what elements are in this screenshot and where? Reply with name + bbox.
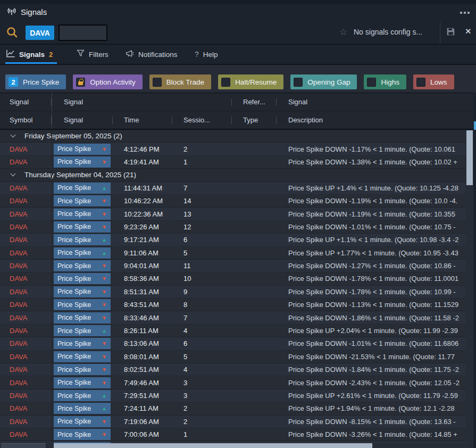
signal-badge: Price Spike▼ [54,377,111,388]
up-arrow-icon: ▲ [102,250,107,256]
signal-row[interactable]: DAVAPrice Spike▼7:00:06 AM1Price Spike D… [0,428,466,441]
time-cell: 8:51:31 AM [113,286,172,298]
signal-row[interactable]: DAVAPrice Spike▼8:43:51 AM8Price Spike D… [0,298,466,311]
filter-chip-label: Lows [430,78,447,86]
signal-badge: Price Spike▼ [54,273,111,284]
signal-row[interactable]: DAVAPrice Spike▼7:19:06 AM2Price Spike D… [0,416,466,428]
down-arrow-icon: ▼ [102,419,107,425]
group-header-cell[interactable]: Signal [277,93,473,111]
type-cell [232,182,277,194]
symbol-cell: DAVA [0,156,52,168]
filter-chip-halt-resume[interactable]: Halt/Resume [218,74,283,89]
signal-cell: Price Spike▼ [52,416,113,428]
close-icon[interactable]: ✕ [465,27,472,36]
column-header-description[interactable]: Description [277,111,473,129]
description-cell: Price Spike DOWN -1.19% < 1 minute. (Quo… [277,195,466,207]
session-cell: 11 [172,260,232,272]
help-icon: ? [195,50,199,59]
horizontal-scrollbar-thumb[interactable] [54,443,372,448]
tab-notifications[interactable]: Notifications [126,45,178,64]
filter-chip-highs[interactable]: Highs [364,74,406,89]
save-icon[interactable] [446,27,455,38]
signal-row[interactable]: DAVAPrice Spike▼7:49:46 AM3Price Spike D… [0,376,466,389]
filter-chip-lows[interactable]: Lows [413,74,454,89]
signal-row[interactable]: DAVAPrice Spike▲7:24:11 AM2Price Spike U… [0,402,466,415]
symbol-cell: DAVA [0,351,52,363]
signal-row[interactable]: DAVAPrice Spike▲8:26:11 AM4Price Spike U… [0,325,466,337]
date-group-row[interactable]: Thursday September 04, 2025 (21) [0,169,466,181]
column-header-symbol[interactable]: Symbol [0,111,52,129]
time-cell: 9:04:01 AM [113,260,172,272]
chevron-down-icon[interactable] [11,171,16,177]
session-cell: 6 [172,234,232,246]
down-arrow-icon: ▼ [102,146,107,152]
down-arrow-icon: ▼ [102,432,107,437]
time-cell: 7:19:06 AM [113,416,172,428]
signal-badge: Price Spike▲ [54,182,111,194]
signal-row[interactable]: DAVAPrice Spike▲9:11:06 AM5Price Spike U… [0,247,466,260]
favorite-star-icon[interactable]: ☆ [339,27,347,38]
signal-cell: Price Spike▼ [52,363,113,376]
horizontal-scrollbar-left-segment[interactable] [1,443,46,448]
window-title: Signals [21,7,47,16]
column-header-signal[interactable]: Signal [52,111,113,129]
filter-chip-opening-gap[interactable]: Opening Gap [290,74,357,89]
signal-row[interactable]: DAVAPrice Spike▼9:04:01 AM11Price Spike … [0,260,466,272]
filter-chip-price-spike[interactable]: 2Price Spike [5,74,66,89]
symbol-chip[interactable]: DAVA [26,26,54,40]
filter-checkbox[interactable] [294,78,303,87]
signal-row[interactable]: DAVAPrice Spike▼4:12:46 PM2Price Spike D… [0,143,466,155]
filter-chip-label: Block Trade [166,78,204,86]
session-cell: 2 [172,143,232,155]
group-header-cell[interactable]: Signal [52,93,232,111]
signal-row[interactable]: DAVAPrice Spike▲7:29:51 AM3Price Spike U… [0,389,466,402]
signal-row[interactable]: DAVAPrice Spike▼8:08:01 AM5Price Spike D… [0,351,466,363]
description-cell: Price Spike DOWN -3.26% < 1 minute. (Quo… [277,428,466,441]
time-cell: 8:26:11 AM [113,325,172,337]
signal-row[interactable]: DAVAPrice Spike▼8:51:31 AM9Price Spike D… [0,286,466,298]
table-group-header: Signal Signal Refer... Signal [0,93,473,111]
filter-checkbox[interactable] [221,78,230,87]
signal-row[interactable]: DAVAPrice Spike▼8:02:51 AM4Price Spike D… [0,363,466,376]
signals-window: Signals DAVA ☆ No signals config s... ✕ [0,0,476,448]
overflow-menu-button[interactable] [458,10,472,16]
time-cell: 8:58:36 AM [113,272,172,285]
signal-cell: Price Spike▲ [52,402,113,414]
tab-help[interactable]: ? Help [195,45,218,64]
signal-row[interactable]: DAVAPrice Spike▼8:58:36 AM10Price Spike … [0,272,466,285]
signal-row[interactable]: DAVAPrice Spike▼10:22:36 AM13Price Spike… [0,208,466,220]
filter-chip-option-activity[interactable]: Option Activity [73,74,143,89]
signal-cell: Price Spike▼ [52,195,113,207]
signal-badge-label: Price Spike [57,301,91,309]
signal-cell: Price Spike▼ [52,143,113,155]
signal-row[interactable]: DAVAPrice Spike▼8:33:46 AM7Price Spike D… [0,311,466,324]
filter-checkbox[interactable] [153,78,162,87]
signal-row[interactable]: DAVAPrice Spike▼4:19:41 AM1Price Spike D… [0,156,466,169]
tab-filters[interactable]: Filters [77,45,108,64]
group-header-cell[interactable]: Signal [0,93,52,111]
column-header-time[interactable]: Time [113,111,172,129]
signal-row[interactable]: DAVAPrice Spike▲11:44:31 AM7Price Spike … [0,182,466,195]
signal-row[interactable]: DAVAPrice Spike▼9:23:26 AM12Price Spike … [0,221,466,234]
signal-badge: Price Spike▲ [54,403,111,414]
date-group-row[interactable]: Friday September 05, 2025 (2) [0,130,466,143]
filter-checkbox[interactable] [367,78,376,87]
vertical-scrollbar-thumb[interactable] [466,130,473,185]
symbol-cell: DAVA [0,311,52,323]
type-cell [232,402,277,414]
signal-row[interactable]: DAVAPrice Spike▼10:46:22 AM14Price Spike… [0,195,466,208]
filter-checkbox[interactable] [416,78,425,87]
signal-row[interactable]: DAVAPrice Spike▼8:13:06 AM6Price Spike D… [0,337,466,350]
group-header-cell[interactable]: Refer... [232,93,277,111]
signal-badge-label: Price Spike [57,353,91,360]
tab-signals[interactable]: Signals 2 [6,45,53,64]
session-cell: 4 [172,325,232,337]
signal-row[interactable]: DAVAPrice Spike▲9:17:21 AM6Price Spike U… [0,234,466,246]
filter-chip-block-trade[interactable]: Block Trade [149,74,211,89]
column-header-type[interactable]: Type [232,111,277,129]
signal-badge: Price Spike▼ [54,156,111,168]
symbol-search-input[interactable] [59,24,107,41]
chevron-down-icon[interactable] [11,132,16,138]
symbol-cell: DAVA [0,182,52,194]
column-header-session[interactable]: Sessio... [172,111,232,129]
